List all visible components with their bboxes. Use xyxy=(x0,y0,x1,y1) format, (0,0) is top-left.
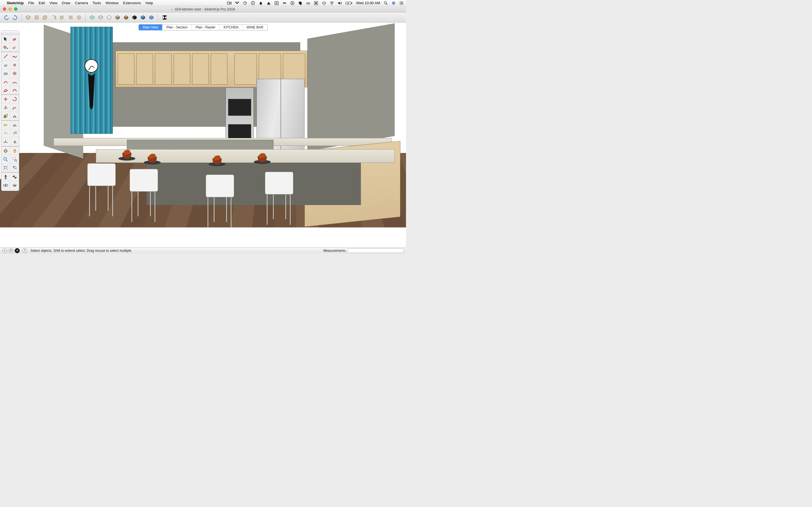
view-left-button[interactable] xyxy=(58,14,66,21)
app-menu[interactable]: SketchUp xyxy=(7,1,24,5)
follow-me-tool[interactable] xyxy=(10,103,19,112)
undo-button[interactable] xyxy=(3,14,10,21)
flame-icon[interactable] xyxy=(259,1,263,5)
menu-edit[interactable]: Edit xyxy=(39,1,45,5)
tape-measure-tool[interactable] xyxy=(1,121,10,129)
paint-bucket-tool[interactable] xyxy=(1,43,10,52)
view-front-button[interactable] xyxy=(42,14,49,21)
view-back-button[interactable] xyxy=(50,14,57,21)
history-icon[interactable] xyxy=(322,1,326,5)
component-options-button[interactable] xyxy=(161,14,168,21)
rectangle-tool[interactable] xyxy=(1,61,10,69)
scale-tool[interactable] xyxy=(1,112,10,120)
scene-tab-plan-raster[interactable]: Plan - Raster xyxy=(192,24,220,30)
two-point-arc-tool[interactable] xyxy=(10,77,19,86)
battery-charging-icon[interactable] xyxy=(345,1,353,5)
select-tool[interactable] xyxy=(1,35,10,43)
style-monochrome-button[interactable] xyxy=(131,14,138,21)
bezier-tool[interactable] xyxy=(10,86,19,94)
measurements-input[interactable] xyxy=(347,248,404,253)
menu-draw[interactable]: Draw xyxy=(62,1,70,5)
scene-tab-kitchen[interactable]: KITCHEN xyxy=(220,24,243,30)
scene-tab-wine-bar[interactable]: WINE BAR xyxy=(243,24,267,30)
menubar-clock[interactable]: Wed 10:00 AM xyxy=(356,1,380,5)
zoom-extents-tool[interactable] xyxy=(1,164,10,172)
polygon-tool[interactable] xyxy=(10,69,19,77)
orbit-tool[interactable] xyxy=(1,147,10,155)
style-shaded-button[interactable] xyxy=(114,14,121,21)
circle-dot-icon[interactable] xyxy=(290,1,295,5)
view-top-button[interactable] xyxy=(33,14,40,21)
menu-help[interactable]: Help xyxy=(146,1,153,5)
axes-tool[interactable] xyxy=(1,138,10,146)
rotated-rectangle-tool[interactable] xyxy=(10,61,19,69)
move-tool[interactable] xyxy=(1,95,10,103)
geolocation-icon[interactable]: ⌖ xyxy=(2,248,7,253)
menu-tools[interactable]: Tools xyxy=(93,1,101,5)
window-zoom-button[interactable] xyxy=(14,7,17,11)
style-wireframe-button[interactable] xyxy=(97,14,104,21)
pie-tool[interactable] xyxy=(1,86,10,94)
view-perspective-button[interactable] xyxy=(75,14,83,21)
scene-tab-plan-section[interactable]: Plan - Section xyxy=(162,24,192,30)
3d-text-tool[interactable]: AA xyxy=(10,138,19,146)
spotlight-icon[interactable] xyxy=(384,1,388,5)
rotate-tool[interactable] xyxy=(10,95,19,103)
text-tool[interactable]: A1 xyxy=(10,129,19,138)
push-pull-tool[interactable] xyxy=(1,103,10,112)
wifi-icon[interactable] xyxy=(329,1,334,5)
protractor-tool[interactable] xyxy=(10,121,19,129)
style-xray-button[interactable] xyxy=(89,14,96,21)
look-around-tool[interactable] xyxy=(1,181,10,189)
zoom-window-tool[interactable] xyxy=(10,155,19,164)
grid-icon[interactable] xyxy=(274,1,279,5)
menu-window[interactable]: Window xyxy=(105,1,118,5)
pan-tool[interactable] xyxy=(10,147,19,155)
freehand-tool[interactable] xyxy=(10,52,19,61)
view-iso-button[interactable] xyxy=(24,14,32,21)
window-minimize-button[interactable] xyxy=(8,7,12,11)
redo-button[interactable] xyxy=(11,14,18,21)
credits-icon[interactable]: © xyxy=(8,248,13,253)
profile-icon[interactable]: ✦ xyxy=(15,248,20,253)
position-camera-tool[interactable] xyxy=(1,173,10,181)
window-close-button[interactable] xyxy=(3,7,6,11)
help-icon[interactable]: ? xyxy=(22,248,27,253)
style-textured-button[interactable] xyxy=(122,14,130,21)
record-icon[interactable] xyxy=(314,1,318,5)
line-tool[interactable] xyxy=(1,52,10,61)
dimension-tool[interactable]: 3' xyxy=(1,129,10,138)
eraser-tool[interactable] xyxy=(10,35,19,43)
video-icon[interactable] xyxy=(227,1,232,5)
circle-i-icon[interactable] xyxy=(251,1,255,5)
large-tool-set[interactable]: 3' A1 AA xyxy=(1,31,19,191)
style-hidden-line-button[interactable] xyxy=(105,14,113,21)
list-icon[interactable] xyxy=(399,1,404,5)
infinity-icon[interactable] xyxy=(282,1,287,5)
dropbox-icon[interactable] xyxy=(235,1,239,5)
walk-tool[interactable] xyxy=(10,173,19,181)
hat-icon[interactable] xyxy=(266,1,271,5)
siri-icon[interactable] xyxy=(391,1,396,5)
palette-drag-handle[interactable] xyxy=(1,31,19,35)
evernote-icon[interactable] xyxy=(298,1,303,5)
zoom-tool[interactable] xyxy=(1,155,10,164)
menu-file[interactable]: File xyxy=(28,1,34,5)
scene-tab-main-view[interactable]: Main View xyxy=(139,24,162,30)
view-right-button[interactable] xyxy=(67,14,74,21)
glasses-icon[interactable] xyxy=(306,1,310,5)
menu-view[interactable]: View xyxy=(49,1,57,5)
material-sampler-tool[interactable] xyxy=(10,43,19,52)
style-extra1-button[interactable] xyxy=(139,14,147,21)
section-plane-tool[interactable] xyxy=(10,181,19,189)
3d-viewport[interactable] xyxy=(0,22,406,247)
circle-tool[interactable] xyxy=(1,69,10,77)
cloud-sync-icon[interactable] xyxy=(243,1,247,5)
previous-view-tool[interactable] xyxy=(10,164,19,172)
volume-icon[interactable] xyxy=(338,1,342,5)
style-extra2-button[interactable] xyxy=(148,14,155,21)
menu-extensions[interactable]: Extensions xyxy=(123,1,141,5)
arc-tool[interactable] xyxy=(1,77,10,86)
offset-tool[interactable] xyxy=(10,112,19,120)
menu-camera[interactable]: Camera xyxy=(75,1,88,5)
